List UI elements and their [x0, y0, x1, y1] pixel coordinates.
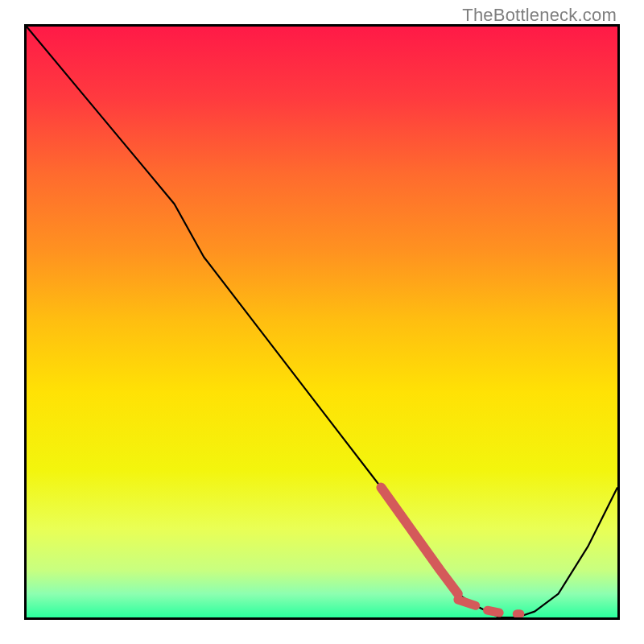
highlight-segment — [381, 488, 519, 614]
plot-area — [24, 24, 620, 620]
bottleneck-curve — [27, 27, 617, 617]
watermark-text: TheBottleneck.com — [462, 5, 617, 26]
chart-lines — [27, 27, 617, 617]
chart-frame: TheBottleneck.com — [0, 0, 644, 644]
